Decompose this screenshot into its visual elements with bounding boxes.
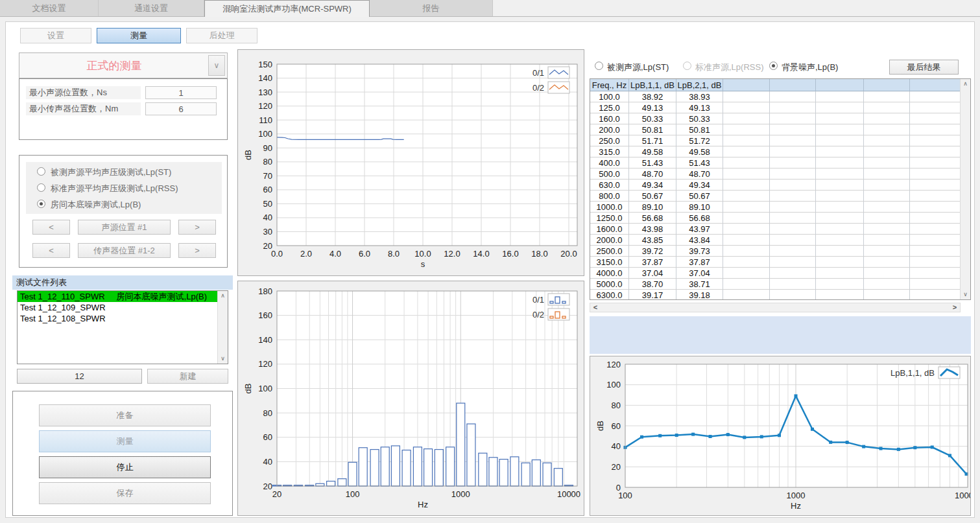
radio-lp-rss[interactable] — [37, 183, 45, 192]
test-file-list[interactable]: Test 1_12_110_SPWR房间本底噪声测试,Lp(B)Test 1_1… — [17, 290, 228, 364]
table-row[interactable]: 500.048.7048.70 — [590, 169, 970, 180]
file-list-scrollbar[interactable]: ∧ ∨ — [217, 291, 228, 364]
prepare-button[interactable]: 准备 — [39, 404, 211, 426]
svg-text:0/1: 0/1 — [532, 295, 544, 305]
subtab-postprocess[interactable]: 后处理 — [186, 28, 257, 43]
list-item[interactable]: Test 1_12_109_SPWR — [18, 302, 217, 313]
table-row[interactable]: 1000.089.1089.10 — [590, 202, 970, 213]
ns-field-value[interactable]: 1 — [145, 86, 217, 99]
mic-prev-button[interactable]: < — [32, 243, 70, 258]
bar — [446, 447, 455, 486]
table-row[interactable]: 2000.043.8543.84 — [590, 235, 970, 246]
mic-next-button[interactable]: > — [178, 243, 216, 258]
tab-mcr-spwr[interactable]: 混响室法测试声功率(MCR-SPWR) — [204, 0, 370, 17]
time-history-chart: 20304050607080901001101201301401500.02.0… — [238, 50, 584, 275]
svg-text:120: 120 — [258, 101, 272, 111]
results-grid[interactable]: Freq., HzLpB,1,1, dBLpB,2,1, dB100.038.9… — [590, 78, 971, 300]
table-cell — [723, 169, 770, 180]
scroll-up-icon[interactable]: ∧ — [218, 291, 228, 301]
svg-text:180: 180 — [258, 286, 272, 296]
table-cell — [910, 191, 961, 202]
svg-text:0/2: 0/2 — [532, 310, 544, 320]
mic-position-button[interactable]: 传声器位置 #1-2 — [78, 243, 171, 258]
scroll-down-icon[interactable]: ∨ — [961, 290, 970, 299]
table-cell — [816, 124, 864, 135]
chevron-down-icon[interactable]: ∨ — [208, 55, 225, 76]
svg-text:120: 120 — [258, 359, 272, 369]
table-cell — [723, 124, 770, 135]
svg-text:50: 50 — [263, 199, 272, 209]
tab-report[interactable]: 报告 — [370, 0, 493, 16]
table-row[interactable]: 250.051.7151.72 — [590, 135, 970, 146]
final-result-button[interactable]: 最后结果 — [889, 60, 959, 75]
table-row[interactable]: 630.049.3449.34 — [590, 180, 970, 191]
table-header-cell: LpB,2,1, dB — [676, 79, 723, 91]
table-cell — [723, 268, 770, 279]
source-next-button[interactable]: > — [178, 220, 216, 235]
measure-button[interactable]: 测量 — [39, 430, 211, 452]
table-cell: 38.71 — [676, 279, 723, 290]
table-row[interactable]: 5000.038.7038.71 — [590, 279, 970, 290]
scroll-up-icon[interactable]: ∧ — [961, 79, 970, 89]
list-item[interactable]: Test 1_12_110_SPWR房间本底噪声测试,Lp(B) — [18, 291, 217, 302]
result-radio-lp-b[interactable] — [769, 62, 778, 70]
table-cell: 160.0 — [590, 113, 629, 124]
svg-text:0/1: 0/1 — [532, 68, 544, 78]
table-row[interactable]: 125.049.1349.13 — [590, 102, 970, 113]
table-cell — [816, 91, 864, 102]
stop-button[interactable]: 停止 — [39, 456, 211, 478]
table-row[interactable]: 3150.037.8737.87 — [590, 257, 970, 268]
table-row[interactable]: 1250.056.6856.68 — [590, 213, 970, 224]
legend-swatch[interactable] — [938, 367, 960, 378]
svg-text:30: 30 — [263, 227, 272, 237]
data-marker — [829, 441, 832, 444]
table-cell — [864, 202, 910, 213]
result-spectrum-chart: 020406080100120100100010000HzdBLpB,1,1, … — [590, 356, 970, 515]
nm-field-value[interactable]: 6 — [145, 102, 217, 115]
table-row[interactable]: 1600.043.9843.97 — [590, 224, 970, 235]
radio-lp-b[interactable] — [37, 200, 45, 208]
table-vscrollbar[interactable]: ∧ ∨ — [960, 79, 970, 299]
table-row[interactable]: 2500.039.7239.73 — [590, 246, 970, 257]
table-cell: 2000.0 — [590, 235, 629, 246]
scroll-left-icon[interactable]: < — [590, 303, 601, 312]
svg-text:60: 60 — [612, 421, 621, 431]
table-cell — [910, 102, 961, 113]
source-position-button[interactable]: 声源位置 #1 — [78, 220, 171, 235]
spectrum-bar-chart: 2040608010012014016018020100100010000Hzd… — [238, 281, 584, 515]
table-row[interactable]: 200.050.8150.81 — [590, 124, 970, 135]
measurement-mode-dropdown[interactable]: 正式的测量 ∨ — [19, 52, 228, 78]
table-cell: 5000.0 — [590, 279, 629, 290]
table-row[interactable]: 6300.039.1739.18 — [590, 290, 970, 300]
subtab-measure[interactable]: 测量 — [97, 28, 181, 43]
table-row[interactable]: 160.050.3350.33 — [590, 113, 970, 124]
svg-text:20.0: 20.0 — [560, 249, 577, 259]
file-name: Test 1_12_108_SPWR — [20, 314, 106, 323]
data-marker — [709, 435, 712, 438]
list-item[interactable]: Test 1_12_108_SPWR — [18, 313, 217, 324]
table-cell: 51.71 — [629, 135, 676, 146]
svg-text:12.0: 12.0 — [444, 249, 460, 259]
table-row[interactable]: 315.049.5849.58 — [590, 146, 970, 157]
table-row[interactable]: 4000.037.0437.04 — [590, 268, 970, 279]
table-row[interactable]: 100.038.9238.93 — [590, 91, 970, 102]
table-row[interactable]: 800.050.6750.67 — [590, 191, 970, 202]
control-groupbox: 准备 测量 停止 保存 — [12, 391, 233, 516]
table-row[interactable]: 400.051.4351.43 — [590, 157, 970, 169]
tab-document-settings[interactable]: 文档设置 — [0, 0, 99, 16]
tab-channel-settings[interactable]: 通道设置 — [99, 0, 204, 16]
source-prev-button[interactable]: < — [32, 220, 70, 235]
scroll-down-icon[interactable]: ∨ — [218, 354, 228, 364]
table-cell: 38.92 — [629, 91, 676, 102]
subtab-settings[interactable]: 设置 — [20, 28, 91, 43]
result-radio-lp-rss[interactable] — [683, 62, 691, 70]
table-cell: 89.10 — [676, 202, 723, 213]
file-count-button[interactable]: 12 — [17, 369, 142, 384]
table-hscrollbar[interactable]: < > — [590, 303, 961, 312]
new-file-button[interactable]: 新建 — [147, 369, 228, 384]
scroll-right-icon[interactable]: > — [950, 303, 960, 312]
table-cell: 50.81 — [676, 124, 723, 135]
radio-lp-st[interactable] — [37, 167, 45, 176]
result-radio-lp-st[interactable] — [595, 62, 603, 70]
save-button[interactable]: 保存 — [39, 482, 211, 504]
